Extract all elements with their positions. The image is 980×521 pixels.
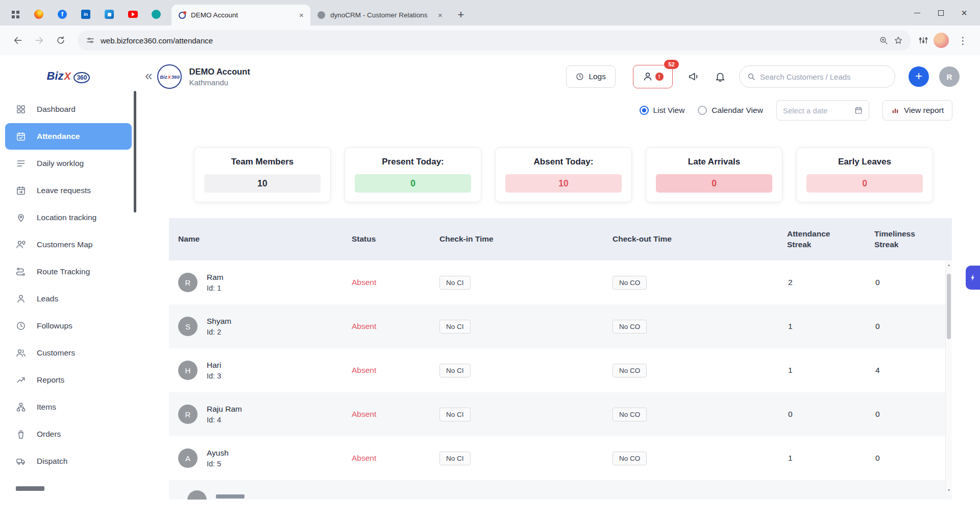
status-label: Absent (352, 454, 439, 463)
pinned-tab[interactable] (56, 8, 68, 20)
route-icon (16, 267, 26, 277)
add-button[interactable]: + (909, 66, 929, 87)
customers-map-icon (16, 240, 26, 250)
sidebar-item[interactable]: Leads (5, 286, 132, 312)
sidebar-item-label: Route Tracking (37, 267, 90, 276)
checkin-chip: No CI (439, 276, 471, 290)
logs-button[interactable]: Logs (566, 65, 616, 88)
pinned-tab[interactable] (127, 8, 139, 20)
logo-text-primary: Biz (47, 69, 64, 82)
site-info-icon[interactable] (86, 36, 95, 45)
app-logo: BizX 360 (0, 55, 137, 89)
search-input[interactable] (760, 73, 887, 81)
pinned-tab[interactable] (150, 8, 162, 20)
close-tab-icon[interactable]: × (297, 10, 306, 20)
member-name: Raju Ram (207, 405, 242, 414)
close-tab-icon[interactable]: × (435, 10, 445, 20)
user-avatar[interactable]: R (939, 66, 960, 87)
firefox-favicon (34, 10, 43, 19)
sidebar-item-label: Location tracking (37, 213, 96, 222)
sidebar-item[interactable]: Route Tracking (5, 258, 132, 285)
zoom-icon[interactable] (879, 36, 888, 45)
megaphone-icon[interactable] (688, 71, 699, 82)
worklog-icon (16, 158, 26, 169)
sidebar-item[interactable]: Dashboard (5, 96, 132, 123)
search-box[interactable] (739, 65, 895, 88)
tab-list: DEMO Account × dynoCRM - Customer Relati… (172, 5, 449, 26)
back-button[interactable] (8, 31, 28, 50)
sidebar-item[interactable]: Leave requests (5, 177, 132, 204)
sidebar-item[interactable]: Reports (5, 367, 132, 393)
close-window-button[interactable]: × (952, 2, 976, 24)
sidebar-item[interactable]: Customers (5, 340, 132, 366)
browser-menu-icon[interactable]: ⋮ (954, 35, 972, 46)
view-report-button[interactable]: View report (883, 100, 952, 121)
sidebar-item[interactable]: Items (5, 394, 132, 420)
maximize-button[interactable] (929, 2, 952, 24)
bookmark-star-icon[interactable] (894, 36, 903, 45)
pinned-tab[interactable] (80, 8, 92, 20)
gray-favicon (317, 11, 325, 19)
list-view-radio[interactable]: List View (640, 106, 685, 115)
date-placeholder: Select a date (783, 106, 828, 115)
status-label: Absent (352, 410, 439, 419)
table-scrollbar[interactable]: ▲ ▼ (945, 261, 952, 494)
attendance-alert-button[interactable]: 52 (633, 65, 673, 88)
sidebar-scrollbar-thumb[interactable] (134, 91, 136, 212)
address-bar[interactable]: web.bizforce360.com/attendance (78, 30, 911, 51)
sidebar-item[interactable]: Location tracking (5, 204, 132, 231)
pinned-tab[interactable] (33, 8, 45, 20)
scroll-up-icon[interactable]: ▲ (947, 263, 951, 267)
minimize-button[interactable] (905, 2, 929, 24)
forward-button[interactable] (30, 31, 49, 50)
sidebar-collapse-button[interactable]: « (140, 68, 157, 86)
pinned-tab[interactable] (9, 8, 21, 20)
date-picker[interactable]: Select a date (776, 100, 869, 121)
sidebar-item[interactable]: Orders (5, 421, 132, 447)
sidebar-item[interactable]: Attendance (5, 123, 132, 150)
scroll-down-icon[interactable]: ▼ (947, 488, 951, 492)
checkin-chip: No CI (439, 408, 471, 421)
sidebar-item[interactable]: Customers Map (5, 231, 132, 258)
table-row[interactable]: A Ayush Id: 5 Absent No CI No CO 1 0 (169, 436, 952, 480)
blue-app-favicon (105, 10, 114, 19)
sidebar-item-label: Attendance (37, 132, 80, 141)
browser-tab[interactable]: DEMO Account × (172, 5, 310, 26)
bell-icon[interactable] (715, 71, 726, 82)
table-row[interactable]: S Shyam Id: 2 Absent No CI No CO 1 0 (169, 304, 952, 348)
sidebar-item-clipped[interactable] (5, 475, 132, 502)
attendance-streak-value: 0 (787, 410, 874, 419)
notification-count-badge: 52 (664, 60, 679, 69)
table-row[interactable]: H Hari Id: 3 Absent No CI No CO 1 4 (169, 348, 952, 392)
stat-card: Present Today: 0 (345, 147, 481, 202)
pinned-tab[interactable] (103, 8, 115, 20)
extension-flash-tab[interactable] (966, 266, 980, 290)
new-tab-button[interactable]: + (453, 7, 469, 22)
member-name: Hari (207, 361, 221, 370)
account-location: Kathmandu (189, 78, 250, 87)
sidebar-item[interactable]: Followups (5, 313, 132, 339)
radio-unselected-icon (698, 106, 707, 115)
sidebar-item[interactable]: Dispatch (5, 448, 132, 475)
browser-tab[interactable]: dynoCRM - Customer Relations × (310, 5, 449, 26)
checkout-chip: No CO (612, 452, 647, 465)
orders-icon (16, 429, 26, 439)
scrollbar-thumb[interactable] (947, 274, 951, 339)
calendar-view-radio[interactable]: Calendar View (698, 106, 763, 115)
member-id: Id: 4 (207, 416, 242, 424)
sidebar-item-label: Customers Map (37, 240, 92, 249)
checkout-chip: No CO (612, 408, 647, 421)
url-path: /attendance (173, 36, 213, 45)
table-row[interactable]: R Raju Ram Id: 4 Absent No CI No CO 0 0 (169, 392, 952, 436)
member-id: Id: 3 (207, 372, 221, 380)
tab-title: DEMO Account (191, 11, 291, 19)
browser-window: DEMO Account × dynoCRM - Customer Relati… (0, 0, 980, 521)
table-row[interactable]: R Ram Id: 1 Absent No CI No CO 2 0 (169, 260, 952, 304)
stat-card: Team Members 10 (194, 147, 331, 202)
sidebar-item[interactable]: Daily worklog (5, 150, 132, 177)
timeliness-streak-value: 0 (874, 278, 945, 287)
attendance-icon (16, 131, 26, 141)
browser-profile-avatar[interactable] (934, 33, 949, 48)
reload-button[interactable] (51, 31, 70, 50)
media-controls-icon[interactable] (918, 35, 928, 45)
